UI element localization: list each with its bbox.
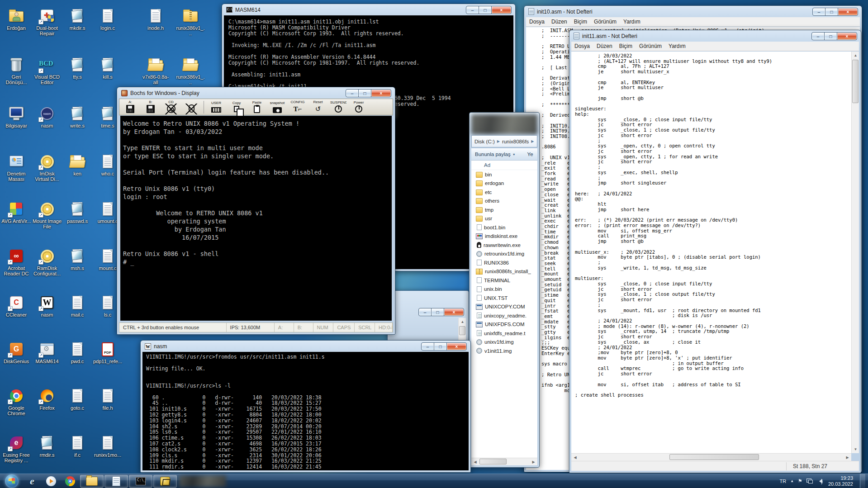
notepad11-minimize-button[interactable]: – <box>811 32 825 40</box>
desktop-icon-msh-s[interactable]: msh.s <box>62 248 92 271</box>
desktop-icon-kill-s[interactable]: kill.s <box>93 57 123 80</box>
desktop-icon-v7x86-0-8a-all[interactable]: v7x86-0.8a-all <box>141 57 171 85</box>
file-item-bin[interactable]: bin <box>471 170 537 179</box>
menu-dosya[interactable]: Dosya <box>574 43 590 49</box>
file-item-v1init11-img[interactable]: v1init11.img <box>471 346 537 355</box>
explorer-horizontal-scrollbar[interactable]: ◀ ▶ <box>471 458 537 465</box>
menu-dosya[interactable]: Dosya <box>529 19 545 25</box>
bochs-minimize-button[interactable]: – <box>346 89 359 97</box>
desktop-icon-runix386v1[interactable]: runix386v1_... <box>175 57 205 85</box>
file-item-rawwritewin-exe[interactable]: rawwritewin.exe <box>471 241 537 250</box>
taskbar-notepad-button[interactable] <box>104 475 128 488</box>
desktop-icon-firefox[interactable]: ↗Firefox <box>32 388 62 411</box>
desktop-icon-passwd-s[interactable]: passwd.s <box>62 201 92 224</box>
menu-görünüm[interactable]: Görünüm <box>639 43 662 49</box>
breadcrumb-disk[interactable]: Disk (C:) <box>474 139 495 144</box>
fragment-scrollbar[interactable]: ▲ <box>458 318 466 341</box>
taskbar-cmd-button[interactable]: C:\_ <box>129 475 152 488</box>
bochs-tool-power[interactable]: Power <box>351 101 367 113</box>
bochs-tool-snapshot[interactable]: snapshot <box>269 101 285 113</box>
show-desktop-button[interactable] <box>860 474 865 488</box>
desktop-icon-google-chrome[interactable]: ↗Google Chrome <box>1 388 31 416</box>
notepad11-vertical-scrollbar[interactable]: ▲ ▼ <box>851 52 859 453</box>
file-item-usr[interactable]: usr <box>471 214 537 223</box>
file-item-runix8086fs-install[interactable]: runix8086fs_install_ <box>471 267 537 276</box>
menu-biçim[interactable]: Biçim <box>574 19 587 25</box>
desktop-icon-dual-boot-repair[interactable]: ↗Dual-boot Repair <box>32 8 62 36</box>
desktop-icon-nasm[interactable]: nasm↗nasm <box>32 106 62 128</box>
menu-düzen[interactable]: Düzen <box>551 19 567 25</box>
breadcrumb[interactable]: Disk (C:) ▶ runix8086fs ▶ <box>471 135 537 147</box>
file-item-etc[interactable]: etc <box>471 188 537 197</box>
newfolder-button-cut[interactable]: Ye <box>527 152 533 157</box>
desktop-icon-nasm[interactable]: W↗nasm <box>32 295 62 317</box>
bochs-maximize-button[interactable]: □ <box>358 89 371 97</box>
file-item-erdogan[interactable]: erdogan <box>471 179 537 188</box>
desktop-icon-goto-c[interactable]: goto.c <box>62 388 92 411</box>
desktop-icon-runixv1mo[interactable]: runixv1mo... <box>93 435 123 458</box>
taskbar-explorer-button[interactable] <box>80 475 104 488</box>
taskbar-wmp-icon[interactable] <box>42 475 60 488</box>
nasm-maximize-button[interactable]: □ <box>434 342 447 351</box>
masm-minimize-button[interactable]: – <box>466 6 479 14</box>
desktop-icon-if-c[interactable]: if.c <box>62 435 92 458</box>
notepad10-titlebar[interactable]: init10.asm - Not Defteri <box>524 6 862 17</box>
nasm-minimize-button[interactable]: – <box>421 342 434 351</box>
bochs-tool-suspend[interactable]: SUSPEND <box>330 101 346 113</box>
desktop-icon-eusing-free-registry[interactable]: e↗Eusing Free Registry ... <box>1 435 31 463</box>
breadcrumb-folder[interactable]: runix8086fs <box>502 139 529 144</box>
bochs-tool-config[interactable]: CONFIGT⌐ <box>289 100 306 114</box>
file-item-unixcopy-com[interactable]: UNIXCOPY.COM <box>471 303 537 312</box>
desktop-icon-geri-d-n[interactable]: Geri Dönüşü... <box>1 57 31 85</box>
notepad10-maximize-button[interactable]: □ <box>825 8 838 16</box>
desktop-icon-masm614[interactable]: ↗MASM614 <box>32 341 62 364</box>
file-item-others[interactable]: others <box>471 197 537 206</box>
file-item-tmp[interactable]: tmp <box>471 205 537 214</box>
fragment-minimize-button[interactable]: – <box>418 308 432 316</box>
taskbar-clock[interactable]: 19:23 20.03.2022 <box>828 475 853 487</box>
desktop-icon-ramdisk-configurat[interactable]: ↗RamDisk Configurat... <box>32 248 62 276</box>
menu-düzen[interactable]: Düzen <box>597 43 612 49</box>
network-icon[interactable] <box>806 479 813 483</box>
desktop-icon-avg-antivir[interactable]: ↗AVG AntiVir... <box>1 201 31 224</box>
desktop-icon-file-h[interactable]: file.h <box>93 388 123 411</box>
notepad10-minimize-button[interactable]: – <box>812 8 825 16</box>
desktop-icon-tty-s[interactable]: tty.s <box>62 57 92 80</box>
start-button[interactable] <box>1 474 23 488</box>
desktop-icon-pwd-c[interactable]: pwd.c <box>62 341 92 364</box>
desktop-icon-mkdir-s[interactable]: mkdir.s <box>62 8 92 31</box>
action-center-flag-icon[interactable]: ⚑ <box>798 478 802 484</box>
desktop-icon-diskgenius[interactable]: G↗DiskGenius <box>1 341 31 364</box>
notepad11-close-button[interactable]: × <box>837 32 857 40</box>
language-indicator[interactable]: TR <box>779 479 786 484</box>
bochs-tool-a-[interactable]: A: <box>122 100 138 114</box>
desktop-icon-visual-bcd-editor[interactable]: BCD↗Visual BCD Editor <box>32 57 62 85</box>
desktop-icon-mount-image-file[interactable]: ↗Mount Image File <box>32 201 62 229</box>
desktop-icon-imdisk-virtual-di[interactable]: ↗ImDisk Virtual Di... <box>32 154 62 182</box>
bochs-tool-b-[interactable]: B: <box>142 100 159 114</box>
menu-görünüm[interactable]: Görünüm <box>594 19 617 25</box>
desktop-icon-login-c[interactable]: login.c <box>93 8 123 31</box>
desktop-icon-ken[interactable]: ken <box>62 154 92 176</box>
bochs-tool-copy[interactable]: Copy <box>228 101 245 113</box>
desktop-icon-mail-c[interactable]: mail.c <box>62 295 92 317</box>
file-item-unix-bin[interactable]: unix.bin <box>471 285 537 294</box>
bochs-close-button[interactable]: × <box>371 89 391 97</box>
notepad11-text-area[interactable]: ; 20/03/2022 ; (ALT+127 will ensure mult… <box>571 52 851 453</box>
share-button[interactable]: Bununla paylaş <box>475 152 511 157</box>
fragment-maximize-button[interactable]: □ <box>431 308 444 316</box>
menu-yardım[interactable]: Yardım <box>669 43 686 49</box>
file-item-unixv1fd-img[interactable]: unixv1fd.img <box>471 338 537 347</box>
desktop-icon-pdp11-refe[interactable]: PDFpdp11_refe... <box>93 341 123 364</box>
desktop-icon-denetim-masas[interactable]: Denetim Masası <box>1 154 31 182</box>
file-item-retrounixv1fd-img[interactable]: retrounixv1fd.img <box>471 250 537 259</box>
desktop-icon-bilgisayar[interactable]: Bilgisayar <box>1 106 31 128</box>
bochs-guest-screen[interactable]: Welcome to Retro UNIX 8086 v1 Operating … <box>120 116 392 321</box>
desktop-icon-runix386v1[interactable]: runix386v1_... <box>175 8 205 36</box>
bochs-tool-user[interactable]: USER <box>208 101 224 113</box>
file-item-runix386[interactable]: RUNIX386 <box>471 258 537 267</box>
menu-yardım[interactable]: Yardım <box>623 19 640 25</box>
desktop-icon-erdo-an[interactable]: Erdoğan <box>1 8 31 31</box>
notepad10-close-button[interactable]: × <box>838 8 858 16</box>
file-item-imdiskinst-exe[interactable]: imdiskinst.exe <box>471 232 537 241</box>
